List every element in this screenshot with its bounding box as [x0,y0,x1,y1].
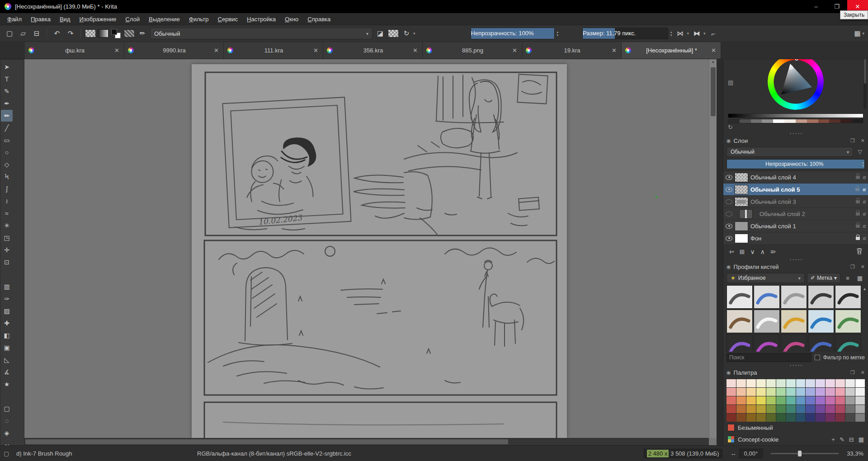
close-docker-icon[interactable]: ✕ [861,370,865,376]
lock-icon[interactable] [856,212,860,216]
palette-swatch[interactable] [845,405,855,413]
grid-scroll-up-icon[interactable]: ▲ [863,287,867,291]
palette-swatch[interactable] [746,396,756,405]
palette-swatch[interactable] [756,379,766,387]
scroll-up-icon[interactable]: ▲ [709,60,717,64]
document-tab[interactable]: 356.kra✕ [323,42,423,59]
filter-by-tag-checkbox[interactable] [815,355,820,360]
palette-swatch[interactable] [756,396,766,405]
brush-preset[interactable] [781,285,807,309]
palette-swatch[interactable] [835,379,845,387]
tool-measure-icon[interactable]: ∡ [1,366,13,378]
brush-preset[interactable] [754,285,780,309]
palette-swatch[interactable] [736,379,746,387]
duplicate-layer-button[interactable]: ⊞ [740,248,745,255]
palette-swatch[interactable] [726,405,736,413]
brush-editor-icon[interactable]: ✏ [137,28,148,39]
palette-swatch[interactable] [766,396,776,405]
brush-preset[interactable] [835,285,861,309]
tool-assistants-icon[interactable]: ◺ [1,354,13,366]
menu-Сервис[interactable]: Сервис [213,14,243,24]
palette-swatch[interactable] [796,379,806,387]
tool-patterns-icon[interactable]: ▨ [1,305,13,317]
brush-search-input[interactable] [726,353,811,362]
visibility-eye-icon[interactable] [726,212,732,216]
preserve-alpha-icon[interactable] [388,29,399,38]
palette-swatch[interactable] [746,388,756,396]
horizontal-scroll-thumb[interactable] [25,439,508,444]
layers-docker-header[interactable]: ◉ Слои ❐ ✕ [723,135,868,146]
alpha-icon[interactable]: α [863,235,866,241]
tab-close-icon[interactable]: ✕ [311,47,320,54]
palette-grid-icon[interactable]: ▦ [859,436,864,443]
close-docker-icon[interactable]: ✕ [861,264,865,270]
tool-rectangle-icon[interactable]: ▭ [1,134,13,146]
palette-swatch[interactable] [786,396,796,405]
brush-preset[interactable] [808,285,834,309]
pattern-chooser[interactable] [124,29,135,38]
menu-Фильтр[interactable]: Фильтр [184,14,213,24]
palette-swatch[interactable] [835,388,845,396]
layer-blend-mode-combo[interactable]: Обычный▾ [726,147,853,157]
palette-swatch[interactable] [736,414,746,422]
menu-Изображение[interactable]: Изображение [75,14,121,24]
palette-swatch[interactable] [826,414,835,422]
history-swatch[interactable] [773,119,784,123]
palette-swatch[interactable] [816,379,825,387]
alpha-icon[interactable]: α [863,199,866,204]
brush-preset[interactable] [808,334,834,352]
shade-selector-strip[interactable] [728,113,863,118]
history-swatch[interactable] [740,119,751,123]
menu-Файл[interactable]: Файл [3,14,26,24]
tool-color-sampler-icon[interactable]: ✑ [1,293,13,305]
lock-icon[interactable] [856,176,860,179]
chevron-down-icon[interactable]: ▾ [862,31,864,36]
lock-icon[interactable] [855,188,859,191]
foreground-background-colors[interactable] [110,28,122,39]
float-docker-icon[interactable]: ❐ [850,370,855,376]
tool-bezier-curve-icon[interactable]: ʃ [1,183,13,195]
palette-docker-header[interactable]: ◉ Палитра ❐ ✕ [723,367,868,378]
tool-freehand-path-icon[interactable]: ≀ [1,195,13,207]
gradient-chooser[interactable] [85,29,96,38]
document-tab[interactable]: 111.kra✕ [224,42,323,59]
tool-rect-select-icon[interactable]: ▢ [1,403,13,414]
palette-swatch[interactable] [766,414,776,422]
palette-swatch[interactable] [845,388,855,396]
palette-swatch[interactable] [726,396,736,405]
new-document-icon[interactable]: ▢ [4,28,15,39]
docker-splitter[interactable] [723,363,868,367]
lock-icon[interactable] [856,200,860,203]
history-swatch[interactable] [796,119,807,123]
chevron-down-icon[interactable]: ▾ [687,31,689,36]
palette-swatch[interactable] [796,396,806,405]
tool-smart-patch-icon[interactable]: ✚ [1,317,13,329]
palette-swatch[interactable] [796,388,806,396]
close-docker-icon[interactable]: ✕ [861,138,865,144]
palette-swatch[interactable] [746,405,756,413]
palette-swatch[interactable] [855,396,865,405]
gradient-preview[interactable] [98,29,108,38]
tool-freehand-select-icon[interactable]: ∾ [1,439,13,445]
edit-palette-icon[interactable]: ✎ [840,436,844,443]
palette-swatch[interactable] [746,414,756,422]
palette-swatch[interactable] [766,388,776,396]
alpha-icon[interactable]: α [863,223,866,229]
menu-Справка[interactable]: Справка [303,14,335,24]
layer-row[interactable]: Фонα [723,232,868,245]
palette-swatch[interactable] [766,405,776,413]
history-swatch[interactable] [840,119,852,123]
selection-status-icon[interactable]: ▢ [4,446,9,461]
layer-row[interactable]: Обычный слой 2α [723,208,868,220]
palette-swatch[interactable] [736,396,746,405]
workspace-chooser-icon[interactable]: ▦ [851,28,863,39]
color-model-icon[interactable]: ▤ [728,79,733,86]
grid-view-icon[interactable]: ▦ [855,273,865,283]
palette-swatch[interactable] [835,396,845,405]
palette-swatch[interactable] [756,388,766,396]
layer-opacity-spinner[interactable]: ▴▾ [862,160,864,169]
foreground-color[interactable] [111,29,117,35]
layer-row[interactable]: Обычный слой 3α [723,196,868,208]
tool-dynamic-brush-icon[interactable]: ≈ [1,207,13,219]
brush-preset[interactable] [726,334,753,352]
